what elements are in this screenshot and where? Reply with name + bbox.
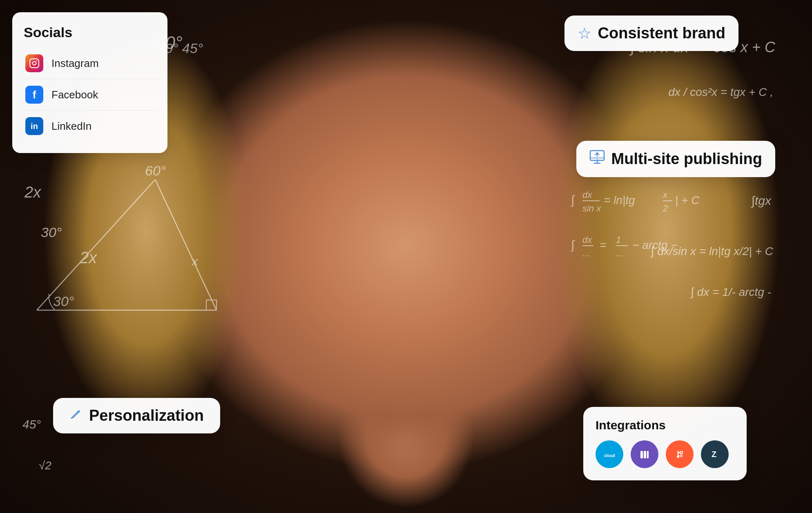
social-item-instagram[interactable]: Instagram [24, 48, 156, 79]
svg-point-35 [36, 60, 38, 62]
svg-text:30°: 30° [53, 293, 74, 309]
svg-text:dx: dx [582, 235, 592, 245]
math-integral-svg: ∫ dx sin x = ln|tg x 2 | + C ∫ dx ... = … [571, 184, 775, 298]
svg-text:=: = [600, 239, 606, 251]
facebook-label: Facebook [51, 89, 98, 101]
svg-text:= ln|tg: = ln|tg [604, 194, 635, 207]
svg-point-40 [596, 159, 597, 160]
facebook-icon: f [25, 86, 43, 104]
marigold-icon [631, 440, 658, 468]
multisite-card-content: Multi-site publishing [589, 150, 762, 168]
svg-line-42 [78, 412, 78, 413]
linkedin-icon: in [25, 117, 43, 135]
svg-rect-33 [30, 59, 39, 68]
personalization-card: Personalization [53, 398, 220, 433]
personalization-card-content: Personalization [69, 407, 204, 424]
svg-text:1: 1 [616, 235, 621, 245]
svg-text:− arctg −: − arctg − [632, 239, 678, 251]
svg-text:...: ... [616, 248, 623, 258]
svg-point-54 [680, 452, 682, 453]
consistent-brand-label: Consistent brand [598, 24, 725, 42]
svg-text:x: x [663, 190, 668, 200]
math-triangle-svg: 30° 60° 2x x [25, 155, 237, 326]
svg-text:∫: ∫ [571, 193, 575, 207]
multisite-label: Multi-site publishing [611, 150, 762, 168]
salesforce-icon: cloud [596, 440, 623, 468]
svg-rect-50 [644, 451, 646, 458]
svg-text:sin x: sin x [582, 203, 601, 213]
social-item-facebook[interactable]: f Facebook [24, 79, 156, 110]
zendesk-icon: Z [701, 440, 729, 468]
svg-text:2x: 2x [79, 249, 98, 266]
svg-text:60°: 60° [145, 163, 166, 178]
svg-text:∫: ∫ [571, 238, 575, 252]
instagram-icon [25, 54, 43, 72]
consistent-brand-card: ☆ Consistent brand [564, 16, 738, 51]
socials-title: Socials [24, 24, 156, 40]
svg-text:| + C: | + C [675, 194, 700, 207]
linkedin-label: LinkedIn [51, 120, 91, 133]
svg-point-34 [33, 62, 36, 65]
math-angle-svg: 30° 45° [157, 33, 239, 57]
star-icon: ☆ [578, 26, 591, 41]
integrations-card: Integrations cloud [583, 407, 747, 480]
integration-icons-row: cloud [596, 440, 734, 468]
integrations-title: Integrations [596, 418, 734, 432]
svg-rect-49 [640, 451, 643, 458]
svg-text:Z: Z [712, 450, 716, 459]
socials-card: Socials Instagram f Facebook in LinkedIn [12, 12, 167, 153]
hubspot-icon [666, 440, 694, 468]
svg-line-1 [37, 180, 155, 310]
personalization-label: Personalization [89, 407, 204, 424]
brand-card-content: ☆ Consistent brand [578, 24, 725, 42]
svg-rect-51 [647, 451, 649, 458]
svg-point-59 [681, 455, 682, 457]
svg-line-2 [155, 180, 216, 310]
monitor-icon [589, 150, 605, 168]
svg-text:...: ... [582, 248, 590, 258]
svg-rect-52 [672, 447, 687, 462]
multisite-card: Multi-site publishing [576, 141, 775, 177]
svg-rect-3 [206, 300, 216, 310]
svg-text:dx: dx [582, 190, 592, 200]
svg-text:x: x [191, 255, 198, 268]
pencil-icon [69, 408, 83, 424]
social-item-linkedin[interactable]: in LinkedIn [24, 111, 156, 142]
instagram-label: Instagram [51, 57, 99, 70]
svg-text:2: 2 [663, 203, 668, 213]
svg-text:cloud: cloud [604, 453, 615, 458]
